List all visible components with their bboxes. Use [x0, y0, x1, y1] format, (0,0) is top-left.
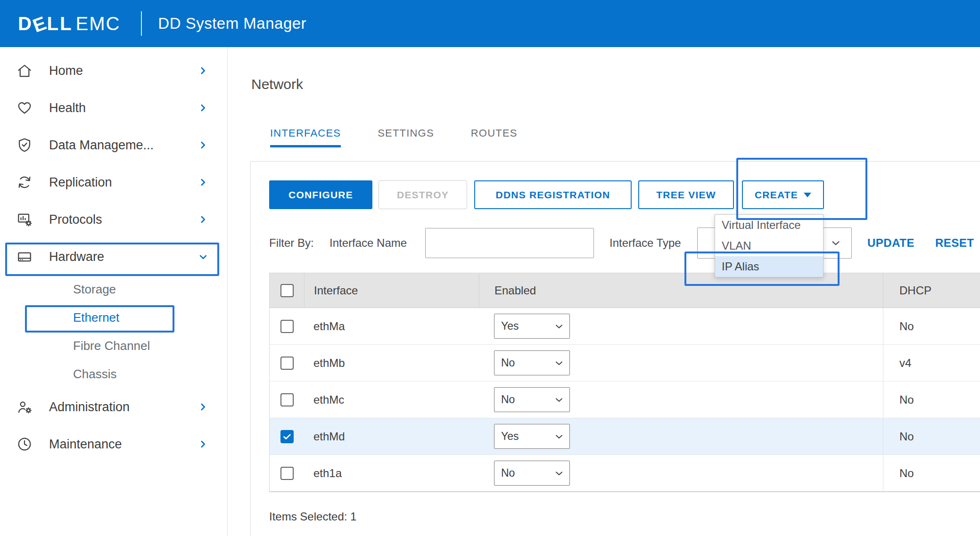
chevron-down-icon [553, 357, 565, 369]
ddns-registration-button[interactable]: DDNS REGISTRATION [474, 180, 632, 209]
dhcp-value: No [883, 418, 980, 455]
row-checkbox-cell [270, 418, 304, 455]
tab-bar: INTERFACES SETTINGS ROUTES [270, 127, 554, 147]
column-header-interface: Interface [304, 273, 479, 308]
reset-link[interactable]: RESET [935, 236, 974, 250]
enabled-cell: Yes [479, 418, 883, 455]
sidebar-item-label: Home [49, 63, 83, 78]
interface-name: ethMb [304, 345, 479, 381]
tab-routes[interactable]: ROUTES [471, 127, 518, 147]
main-content: Network INTERFACES SETTINGS ROUTES CONFI… [228, 47, 980, 536]
sidebar-item-health[interactable]: Health [0, 89, 227, 126]
sidebar-item-ethernet[interactable]: Ethernet [0, 303, 227, 332]
sidebar-item-data-management[interactable]: Data Manageme... [0, 126, 227, 163]
sidebar-item-fibre-channel[interactable]: Fibre Channel [0, 332, 227, 360]
dhcp-value: v4 [883, 345, 980, 381]
enabled-select[interactable]: No [494, 387, 570, 412]
sidebar-item-label: Health [49, 100, 86, 115]
destroy-button[interactable]: DESTROY [379, 180, 467, 209]
enabled-select[interactable]: Yes [494, 424, 570, 449]
menu-item-ip-alias[interactable]: IP Alias [715, 256, 823, 277]
configure-button[interactable]: CONFIGURE [269, 180, 372, 209]
row-checkbox[interactable] [280, 320, 294, 333]
chevron-right-icon[interactable] [197, 401, 209, 413]
enabled-cell: No [479, 455, 883, 491]
create-dropdown-menu: Virtual Interface VLAN IP Alias [715, 214, 824, 277]
sidebar-item-label: Administration [49, 399, 130, 414]
interface-name: ethMc [304, 382, 479, 418]
dhcp-value: No [883, 382, 980, 418]
sidebar-nav: Home Health Data Manageme... Replication [0, 47, 228, 536]
enabled-select[interactable]: Yes [494, 314, 570, 339]
enabled-select-value: No [501, 467, 515, 479]
interface-name-label: Interface Name [329, 236, 407, 250]
sync-icon [16, 174, 33, 191]
sub-item-label: Chassis [73, 367, 116, 382]
tab-settings[interactable]: SETTINGS [378, 127, 434, 147]
row-checkbox[interactable] [280, 467, 294, 480]
hardware-icon [16, 248, 33, 265]
filter-by-label: Filter By: [269, 236, 314, 250]
caret-down-icon [804, 193, 811, 197]
sidebar-item-replication[interactable]: Replication [0, 163, 227, 201]
row-checkbox[interactable] [280, 393, 294, 406]
sidebar-item-protocols[interactable]: Protocols [0, 201, 227, 238]
enabled-select-value: No [501, 357, 515, 369]
page-title: Network [251, 76, 303, 92]
sidebar-item-label: Maintenance [49, 437, 122, 451]
table-row: ethMb No v4 [270, 345, 980, 382]
protocols-icon [16, 211, 33, 228]
row-checkbox[interactable] [280, 430, 294, 443]
interface-name-input[interactable] [425, 228, 594, 258]
table-row: eth1a No No [270, 455, 980, 492]
person-gear-icon [16, 398, 33, 415]
chevron-right-icon[interactable] [197, 102, 209, 114]
hardware-submenu: Storage Ethernet Fibre Channel Chassis [0, 275, 227, 388]
tab-interfaces[interactable]: INTERFACES [270, 127, 341, 147]
app-header: DELL EMC DD System Manager [0, 0, 980, 47]
chevron-right-icon[interactable] [197, 213, 209, 226]
chevron-down-icon [553, 321, 565, 332]
sidebar-item-chassis[interactable]: Chassis [0, 360, 227, 388]
chevron-right-icon[interactable] [197, 176, 209, 188]
tree-view-button[interactable]: TREE VIEW [638, 180, 734, 209]
create-button[interactable]: CREATE [742, 180, 824, 209]
chevron-down-icon [553, 394, 565, 406]
chevron-right-icon[interactable] [197, 139, 209, 151]
dell-letters-ll: LL [47, 13, 73, 34]
check-icon [282, 431, 292, 442]
row-checkbox-cell [270, 345, 304, 381]
emc-wordmark: EMC [75, 13, 120, 34]
home-icon [16, 62, 33, 79]
dell-wordmark: DELL [18, 13, 73, 34]
select-all-checkbox[interactable] [280, 284, 294, 297]
chevron-right-icon[interactable] [197, 65, 209, 77]
chevron-down-icon[interactable] [197, 251, 209, 263]
sidebar-item-storage[interactable]: Storage [0, 275, 227, 303]
enabled-select[interactable]: No [494, 350, 570, 375]
heart-icon [16, 99, 33, 116]
update-link[interactable]: UPDATE [867, 236, 914, 250]
row-checkbox[interactable] [280, 357, 294, 370]
menu-item-virtual-interface[interactable]: Virtual Interface [715, 215, 823, 236]
sidebar-item-administration[interactable]: Administration [0, 388, 227, 425]
enabled-select-value: No [501, 393, 515, 406]
sidebar-item-maintenance[interactable]: Maintenance [0, 425, 227, 463]
chevron-right-icon[interactable] [197, 438, 209, 450]
sidebar-item-home[interactable]: Home [0, 52, 227, 89]
dell-emc-logo: DELL EMC [18, 13, 120, 34]
row-checkbox-cell [270, 382, 304, 418]
sub-item-label: Fibre Channel [73, 339, 150, 353]
interface-type-label: Interface Type [609, 236, 681, 250]
row-checkbox-cell [270, 455, 304, 491]
menu-item-vlan[interactable]: VLAN [715, 236, 823, 256]
sub-item-label: Storage [73, 282, 116, 297]
interface-name: ethMd [304, 418, 479, 455]
select-all-cell [270, 273, 304, 308]
sidebar-item-label: Protocols [49, 212, 102, 227]
table-row: ethMa Yes No [270, 308, 980, 345]
sidebar-item-hardware[interactable]: Hardware [0, 238, 227, 275]
table-row: ethMd Yes No [270, 418, 980, 455]
enabled-select[interactable]: No [494, 461, 570, 486]
enabled-cell: No [479, 382, 883, 418]
